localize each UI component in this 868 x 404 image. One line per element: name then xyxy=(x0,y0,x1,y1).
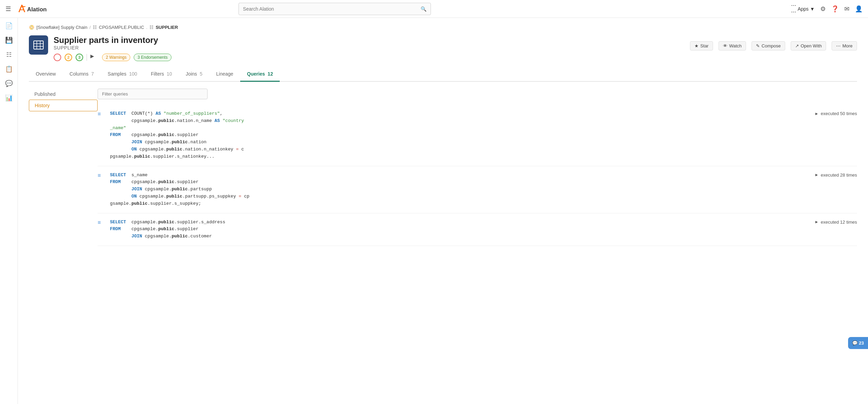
query-lines-icon[interactable]: ≡ xyxy=(98,172,106,179)
status-divider xyxy=(87,54,87,61)
open-with-icon: ↗ xyxy=(795,43,799,48)
hamburger-icon[interactable]: ☰ xyxy=(5,5,11,13)
exec-arrow-icon: ► xyxy=(815,172,819,177)
query-section: Published History ≡ SELECT COUNT(*) AS "… xyxy=(29,89,857,246)
status-circle-orange: 2 xyxy=(65,54,72,61)
exec-count-3: ► executed 12 times xyxy=(815,219,857,225)
tab-joins-count: 5 xyxy=(200,71,202,77)
star-label: Star xyxy=(700,43,709,48)
apps-chevron-icon: ▼ xyxy=(810,6,815,12)
status-circle-empty xyxy=(54,54,61,61)
query-code-1[interactable]: SELECT COUNT(*) AS "number_of_suppliers"… xyxy=(110,110,811,160)
open-with-button[interactable]: ↗ Open With xyxy=(791,41,826,50)
compose-icon: ✎ xyxy=(756,43,760,48)
more-label: More xyxy=(842,43,853,48)
tab-samples[interactable]: Samples 100 xyxy=(101,67,144,82)
breadcrumb-sep1: / xyxy=(89,25,91,30)
exec-count-label: executed 50 times xyxy=(821,111,857,116)
star-button[interactable]: ★ Star xyxy=(690,41,713,50)
compose-button[interactable]: ✎ Compose xyxy=(752,41,785,50)
sidebar-chat-icon[interactable]: 💬 xyxy=(5,80,13,87)
breadcrumb-db-icon: 📀 xyxy=(29,25,34,30)
sidebar-catalog-icon[interactable]: 📄 xyxy=(5,22,13,30)
apps-label: Apps xyxy=(798,6,809,12)
sidebar-table-icon[interactable]: ☷ xyxy=(6,51,12,58)
query-filter-sidebar: Published History xyxy=(29,89,98,246)
search-bar[interactable]: 🔍 xyxy=(238,3,431,15)
compose-label: Compose xyxy=(761,43,781,48)
exec-count-label: executed 12 times xyxy=(821,220,857,225)
tab-joins-label: Joins xyxy=(186,71,197,77)
filter-history[interactable]: History xyxy=(29,100,98,111)
watch-label: Watch xyxy=(729,43,742,48)
svg-text:Alation: Alation xyxy=(27,6,47,12)
status-circle-green: 3 xyxy=(76,54,83,61)
sidebar-chart-icon[interactable]: 📊 xyxy=(5,94,13,102)
exec-count-label: executed 28 times xyxy=(821,172,857,178)
tab-filters-count: 10 xyxy=(167,71,172,77)
tab-overview[interactable]: Overview xyxy=(29,67,63,82)
tab-filters[interactable]: Filters 10 xyxy=(144,67,179,82)
watch-icon: 👁 xyxy=(723,43,727,48)
star-icon: ★ xyxy=(694,43,699,48)
sidebar-db-icon[interactable]: 💾 xyxy=(5,36,13,44)
search-icon: 🔍 xyxy=(421,6,426,12)
more-button[interactable]: ⋯ More xyxy=(832,41,857,50)
query-list: ≡ SELECT COUNT(*) AS "number_of_supplier… xyxy=(98,89,857,246)
query-item: ≡ SELECT s_name FROM cpgsample.public.su… xyxy=(98,166,857,213)
top-nav: ☰ Alation 🔍 ⋅⋅⋅⋅⋅⋅ Apps ▼ ⚙ ❓ ✉ 👤 xyxy=(0,0,868,18)
tab-filters-label: Filters xyxy=(151,71,164,77)
table-icon xyxy=(29,35,48,55)
query-code-2[interactable]: SELECT s_name FROM cpgsample.public.supp… xyxy=(110,172,811,207)
filter-published[interactable]: Published xyxy=(29,89,98,100)
watch-button[interactable]: 👁 Watch xyxy=(719,41,746,50)
tab-columns-label: Columns xyxy=(69,71,88,77)
tab-joins[interactable]: Joins 5 xyxy=(179,67,209,82)
filter-queries-input[interactable] xyxy=(98,89,208,99)
help-icon[interactable]: ❓ xyxy=(831,5,839,13)
tab-queries-count: 12 xyxy=(268,71,273,77)
grid-icon: ⋅⋅⋅⋅⋅⋅ xyxy=(791,2,796,15)
left-sidebar: 📄 💾 ☷ 📋 💬 📊 xyxy=(0,18,18,253)
exec-arrow-icon: ► xyxy=(815,111,819,116)
open-with-label: Open With xyxy=(801,43,822,48)
nav-right: ⋅⋅⋅⋅⋅⋅ Apps ▼ ⚙ ❓ ✉ 👤 xyxy=(791,2,863,15)
status-row: 2 3 ▶ 2 Warnings 3 Endorsements xyxy=(54,53,171,61)
user-icon[interactable]: 👤 xyxy=(855,5,863,13)
breadcrumb-table-icon: ☷ xyxy=(149,25,154,30)
logo[interactable]: Alation xyxy=(15,3,56,14)
settings-icon[interactable]: ⚙ xyxy=(820,5,826,13)
sidebar-doc-icon[interactable]: 📋 xyxy=(5,65,13,73)
breadcrumb-schema[interactable]: CPGSAMPLE.PUBLIC xyxy=(99,25,144,30)
tab-queries[interactable]: Queries 12 xyxy=(240,67,280,82)
tab-samples-count: 100 xyxy=(129,71,137,77)
query-lines-icon[interactable]: ≡ xyxy=(98,111,106,117)
tabs: Overview Columns 7 Samples 100 Filters 1… xyxy=(29,67,857,82)
tab-columns-count: 7 xyxy=(91,71,94,77)
breadcrumb-db[interactable]: [Snowflake] Supply Chain xyxy=(36,25,87,30)
tab-samples-label: Samples xyxy=(108,71,126,77)
exec-arrow-icon: ► xyxy=(815,220,819,224)
main-content: 📀 [Snowflake] Supply Chain / ☷ CPGSAMPLE… xyxy=(18,18,868,253)
breadcrumb-schema-icon: ☷ xyxy=(93,25,97,30)
tab-overview-label: Overview xyxy=(36,71,56,77)
query-code-3[interactable]: SELECT cpgsample.public.supplier.s_addre… xyxy=(110,219,811,240)
tab-lineage-label: Lineage xyxy=(216,71,233,77)
more-dots-icon: ⋯ xyxy=(836,43,841,48)
tab-lineage[interactable]: Lineage xyxy=(209,67,240,82)
action-bar: ★ Star 👁 Watch ✎ Compose ↗ Open With ⋯ M… xyxy=(690,41,857,50)
notification-icon[interactable]: ✉ xyxy=(844,5,849,13)
exec-count-2: ► executed 28 times xyxy=(815,172,857,178)
apps-button[interactable]: ⋅⋅⋅⋅⋅⋅ Apps ▼ xyxy=(791,2,815,15)
breadcrumb: 📀 [Snowflake] Supply Chain / ☷ CPGSAMPLE… xyxy=(29,25,857,30)
breadcrumb-table: SUPPLIER xyxy=(156,25,178,30)
tab-queries-label: Queries xyxy=(247,71,265,77)
search-input[interactable] xyxy=(243,6,421,12)
play-button[interactable]: ▶ xyxy=(90,53,99,61)
tab-columns[interactable]: Columns 7 xyxy=(63,67,101,82)
endorsements-badge[interactable]: 3 Endorsements xyxy=(134,54,171,61)
query-lines-icon[interactable]: ≡ xyxy=(98,220,106,226)
warnings-badge[interactable]: 2 Warnings xyxy=(102,54,130,61)
svg-rect-1 xyxy=(34,41,43,49)
query-item: ≡ SELECT cpgsample.public.supplier.s_add… xyxy=(98,213,857,246)
